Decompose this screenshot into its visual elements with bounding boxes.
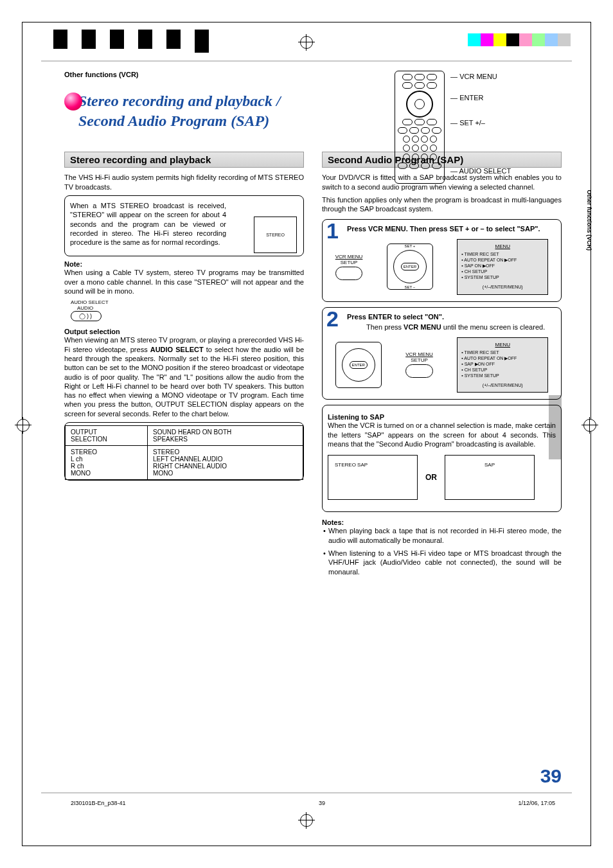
sap-intro-2: This function applies only when the prog…	[322, 195, 562, 214]
footer-meta: 2I30101B-En_p38-41 39 1/12/06, 17:05	[64, 800, 562, 806]
sap-screen-2: SAP	[445, 455, 535, 500]
note-2: • When listening to a VHS Hi-Fi video ta…	[322, 549, 562, 576]
footer-mid: 39	[319, 800, 325, 806]
title-line-1: Stereo recording and playback /	[78, 93, 281, 109]
remote-label-audio-select: AUDIO SELECT	[459, 167, 511, 175]
step-1: 1 Press VCR MENU. Then press SET + or – …	[322, 219, 562, 302]
step-2-subtext: Then press VCR MENU until the menu scree…	[366, 323, 556, 331]
stereo-box: When a MTS STEREO broadcast is received,…	[64, 195, 304, 256]
audio-select-caption: AUDIO SELECT	[71, 299, 304, 305]
osd-menu-1: MENU ▪ TIMER REC SET ▪ AUTO REPEAT ON ▶O…	[457, 239, 548, 295]
step-1-number: 1	[326, 218, 339, 244]
audio-icon: ◯))	[71, 311, 102, 321]
step-2-number: 2	[326, 306, 339, 332]
note-1: • When playing back a tape that is not r…	[322, 526, 562, 545]
audio-select-button-diagram: AUDIO SELECT AUDIO ◯))	[71, 299, 304, 321]
remote-control-diagram: — VCR MENU — ENTER — SET +/– — AUDIO SEL…	[395, 71, 555, 184]
listening-heading: Listening to SAP	[328, 413, 556, 421]
page-number: 39	[540, 765, 562, 787]
output-selection-heading: Output selection	[64, 328, 304, 335]
sap-screen-1: STEREO SAP	[328, 455, 418, 500]
side-tab-label: Other functions (VCR)	[585, 190, 592, 251]
step-1-text: Press VCR MENU. Then press SET + or – to…	[347, 225, 556, 233]
vcr-menu-button-label: VCR MENU SETUP	[335, 254, 363, 280]
listening-body: When the VCR is turned on or a channel s…	[328, 421, 556, 448]
remote-label-enter: ENTER	[459, 94, 483, 102]
note-body: When using a Cable TV system, stereo TV …	[64, 268, 304, 296]
red-sphere-icon	[64, 93, 82, 111]
stereo-indicator: STEREO	[254, 217, 297, 253]
listening-sap-box: Listening to SAP When the VCR is turned …	[322, 405, 562, 512]
osd-menu-2: MENU ▪ TIMER REC SET ▪ AUTO REPEAT ON ▶O…	[457, 337, 548, 393]
step-2-text: Press ENTER to select "ON".	[347, 313, 556, 321]
output-selection-table: OUTPUTSELECTION SOUND HEARD ON BOTHSPEAK…	[65, 425, 303, 480]
vcr-menu-button-label-2: VCR MENU SETUP	[405, 351, 433, 378]
stereo-intro: The VHS Hi-Fi audio system permits high …	[64, 173, 304, 191]
dpad-diagram-2: ENTER	[335, 342, 382, 388]
footer-right: 1/12/06, 17:05	[518, 800, 555, 806]
print-swatches-right	[468, 33, 571, 46]
output-selection-body: When viewing an MTS stereo TV program, o…	[64, 335, 304, 418]
step-2: 2 Press ENTER to select "ON". Then press…	[322, 307, 562, 400]
notes-heading: Notes:	[322, 518, 562, 526]
title-line-2: Second Audio Program (SAP)	[78, 112, 269, 129]
or-label: OR	[425, 473, 437, 482]
footer-left: 2I30101B-En_p38-41	[71, 800, 126, 806]
dpad-diagram: ENTER SET + SET –	[387, 244, 433, 290]
print-swatches-left	[53, 30, 209, 53]
audio-word: AUDIO	[77, 305, 304, 311]
remote-label-vcr-menu: VCR MENU	[459, 73, 497, 80]
note-heading: Note:	[64, 260, 304, 268]
remote-label-set: SET +/–	[459, 119, 485, 127]
stereo-box-text: When a MTS STEREO broadcast is received,…	[70, 201, 226, 247]
section-stereo-recording: Stereo recording and playback	[64, 152, 304, 168]
output-table-wrap: OUTPUTSELECTION SOUND HEARD ON BOTHSPEAK…	[64, 422, 304, 481]
